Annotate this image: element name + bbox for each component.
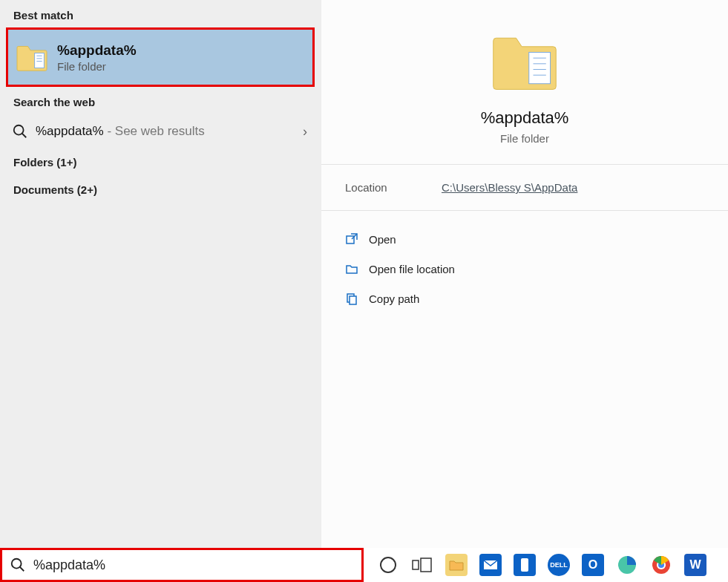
best-match-subtitle: File folder xyxy=(57,60,137,73)
svg-rect-14 xyxy=(350,296,356,304)
best-match-result[interactable]: %appdata% File folder xyxy=(6,27,315,87)
word-icon[interactable]: W xyxy=(684,554,706,576)
chrome-icon[interactable] xyxy=(650,554,672,576)
svg-line-5 xyxy=(22,134,27,138)
actions-list: Open Open file location Copy path xyxy=(321,211,728,313)
search-box[interactable] xyxy=(0,548,364,582)
results-column: Best match %appdata% File folder Search … xyxy=(0,0,321,548)
best-match-title: %appdata% xyxy=(57,42,137,59)
your-phone-icon[interactable] xyxy=(514,554,536,576)
outlook-icon[interactable]: O xyxy=(582,554,604,576)
copy-icon xyxy=(345,292,358,305)
action-label: Open xyxy=(369,233,396,246)
svg-point-17 xyxy=(381,558,396,572)
folder-icon xyxy=(16,42,48,72)
details-subtitle: File folder xyxy=(500,132,549,145)
location-path-link[interactable]: C:\Users\Blessy S\AppData xyxy=(442,181,577,194)
chevron-right-icon: › xyxy=(303,124,307,140)
location-row: Location C:\Users\Blessy S\AppData xyxy=(321,165,728,211)
web-query: %appdata% xyxy=(36,124,104,138)
svg-rect-0 xyxy=(35,53,45,68)
svg-rect-6 xyxy=(529,52,551,83)
svg-point-15 xyxy=(12,559,22,569)
folder-open-icon xyxy=(345,262,358,275)
location-label: Location xyxy=(345,181,442,194)
mail-icon[interactable] xyxy=(479,554,502,576)
folder-icon xyxy=(489,27,560,95)
svg-rect-18 xyxy=(413,560,419,569)
taskbar: DELL O W xyxy=(364,548,728,582)
bottom-row: DELL O W xyxy=(0,548,728,582)
web-query-suffix: - See web results xyxy=(104,124,205,138)
best-match-text: %appdata% File folder xyxy=(57,42,137,73)
action-open[interactable]: Open xyxy=(342,224,713,254)
details-title: %appdata% xyxy=(481,108,569,128)
search-icon xyxy=(12,123,28,140)
svg-line-16 xyxy=(20,567,24,572)
folders-category[interactable]: Folders (1+) xyxy=(0,148,321,176)
action-open-file-location[interactable]: Open file location xyxy=(342,254,713,284)
svg-rect-21 xyxy=(521,558,528,572)
web-search-result[interactable]: %appdata% - See web results › xyxy=(0,114,321,148)
open-icon xyxy=(345,232,358,246)
search-panel: Best match %appdata% File folder Search … xyxy=(0,0,728,548)
edge-icon[interactable] xyxy=(616,554,638,576)
documents-category[interactable]: Documents (2+) xyxy=(0,176,321,203)
best-match-label: Best match xyxy=(0,0,321,27)
action-copy-path[interactable]: Copy path xyxy=(342,284,713,313)
action-label: Copy path xyxy=(369,292,419,305)
details-column: %appdata% File folder Location C:\Users\… xyxy=(321,0,728,548)
dell-icon[interactable]: DELL xyxy=(548,554,570,576)
action-label: Open file location xyxy=(369,263,455,275)
task-view-icon[interactable] xyxy=(411,554,433,576)
search-web-label: Search the web xyxy=(0,87,321,114)
cortana-icon[interactable] xyxy=(377,554,399,576)
search-input[interactable] xyxy=(33,550,355,580)
svg-rect-19 xyxy=(421,558,431,572)
search-icon xyxy=(10,557,26,573)
svg-point-4 xyxy=(14,125,24,135)
details-header: %appdata% File folder xyxy=(321,0,728,165)
file-explorer-icon[interactable] xyxy=(445,554,468,576)
